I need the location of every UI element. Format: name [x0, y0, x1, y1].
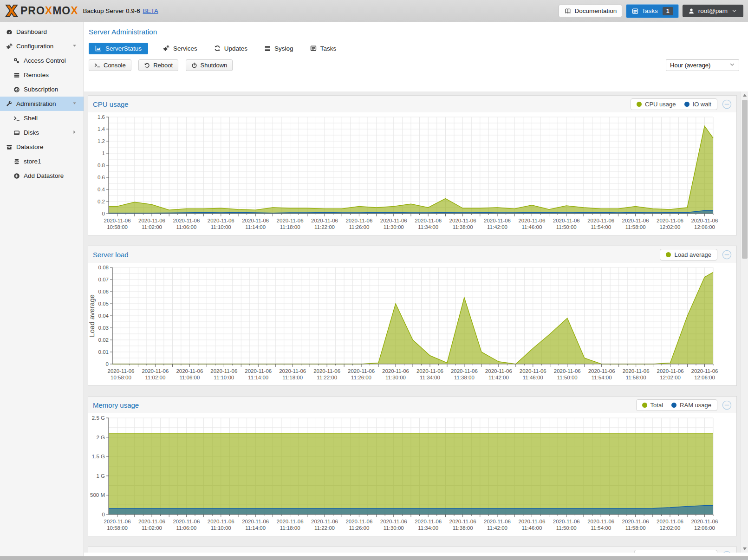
action-toolbar: Console Reboot Shutdown Hour (average)	[89, 59, 748, 73]
svg-text:11:22:00: 11:22:00	[314, 224, 335, 230]
hard-disk-icon	[13, 130, 20, 136]
legend-item-io-wait[interactable]: IO wait	[684, 101, 711, 108]
collapse-panel-icon[interactable]	[722, 250, 732, 260]
svg-text:0.8: 0.8	[98, 163, 105, 168]
scroll-down-arrow-icon[interactable]	[741, 545, 748, 553]
svg-text:11:54:00: 11:54:00	[591, 525, 611, 531]
beta-link[interactable]: BETA	[143, 7, 158, 14]
sidebar-item-datastore[interactable]: Datastore	[0, 140, 84, 154]
tab-syslog[interactable]: Syslog	[262, 43, 295, 54]
svg-text:12:02:00: 12:02:00	[660, 525, 681, 531]
tab-services[interactable]: Services	[161, 43, 199, 54]
sidebar-item-disks[interactable]: Disks	[0, 125, 84, 140]
chart-legend: TotalRAM usage	[636, 399, 717, 411]
svg-text:11:46:00: 11:46:00	[521, 525, 542, 531]
user-menu-button[interactable]: root@pam	[683, 5, 743, 17]
svg-text:2020-11-06: 2020-11-06	[311, 218, 338, 223]
chevron-down-icon[interactable]	[72, 100, 77, 107]
sidebar-label: Access Control	[24, 57, 66, 64]
svg-text:2020-11-06: 2020-11-06	[623, 368, 650, 374]
svg-text:2020-11-06: 2020-11-06	[380, 519, 407, 524]
tasks-button[interactable]: Tasks 1	[626, 4, 678, 18]
svg-text:11:10:00: 11:10:00	[211, 224, 231, 230]
svg-text:11:58:00: 11:58:00	[625, 224, 646, 230]
sidebar-item-dashboard[interactable]: Dashboard	[0, 25, 84, 39]
collapse-panel-icon[interactable]	[722, 400, 732, 410]
tab-serverstatus[interactable]: ServerStatus	[89, 43, 148, 54]
svg-text:11:38:00: 11:38:00	[453, 525, 473, 531]
tasks-label: Tasks	[642, 7, 658, 14]
svg-text:1.2: 1.2	[98, 138, 105, 144]
svg-text:11:58:00: 11:58:00	[626, 375, 646, 380]
svg-text:0.2: 0.2	[98, 199, 105, 204]
proxmox-logo-text: PROXMOX	[20, 5, 78, 17]
collapse-panel-icon[interactable]	[722, 551, 732, 553]
console-button[interactable]: Console	[89, 59, 131, 71]
svg-text:0: 0	[106, 361, 109, 367]
legend-item-total[interactable]: Total	[642, 402, 663, 409]
sidebar-item-remotes[interactable]: Remotes	[0, 68, 84, 82]
dashboard-gauge-icon	[6, 29, 13, 35]
panel-title: Server load	[93, 251, 660, 259]
svg-text:11:02:00: 11:02:00	[142, 525, 162, 531]
svg-text:2020-11-06: 2020-11-06	[485, 368, 512, 374]
sidebar-label: store1	[24, 158, 41, 165]
svg-text:500 M: 500 M	[90, 492, 105, 498]
legend-item-swap-usage[interactable]: Swap usage	[670, 552, 711, 553]
timeframe-select[interactable]: Hour (average)	[666, 59, 739, 71]
collapse-panel-icon[interactable]	[722, 99, 732, 109]
svg-text:2020-11-06: 2020-11-06	[657, 368, 684, 374]
shutdown-button[interactable]: Shutdown	[186, 59, 233, 71]
life-ring-icon	[13, 86, 20, 93]
svg-text:Load average: Load average	[88, 294, 96, 337]
svg-text:2020-11-06: 2020-11-06	[142, 368, 169, 374]
sidebar-label: Shell	[24, 115, 38, 122]
sidebar-item-configuration[interactable]: Configuration	[0, 39, 84, 53]
svg-text:0: 0	[102, 512, 105, 517]
undo-icon	[144, 62, 150, 68]
svg-text:1: 1	[102, 150, 105, 156]
svg-text:2020-11-06: 2020-11-06	[588, 368, 615, 374]
database-icon	[13, 158, 20, 165]
legend-item-ram-usage[interactable]: RAM usage	[671, 402, 711, 409]
svg-text:2020-11-06: 2020-11-06	[107, 368, 134, 374]
svg-text:0.6: 0.6	[98, 175, 105, 180]
chevron-down-icon[interactable]	[72, 43, 77, 50]
tab-updates[interactable]: Updates	[212, 43, 249, 54]
svg-text:2020-11-06: 2020-11-06	[587, 218, 614, 223]
tab-label: ServerStatus	[105, 45, 142, 52]
svg-text:11:30:00: 11:30:00	[384, 525, 404, 531]
sidebar-item-store1[interactable]: store1	[0, 154, 84, 169]
gears-icon	[163, 45, 169, 52]
svg-text:2020-11-06: 2020-11-06	[345, 519, 372, 524]
svg-text:2020-11-06: 2020-11-06	[311, 519, 338, 524]
svg-text:0.05: 0.05	[98, 301, 109, 306]
documentation-button[interactable]: Documentation	[559, 5, 622, 17]
scroll-up-arrow-icon[interactable]	[741, 91, 748, 99]
vertical-scrollbar[interactable]	[741, 91, 748, 553]
legend-item-load-average[interactable]: Load average	[666, 251, 711, 258]
sidebar-nav: Dashboard Configuration Access Control R…	[0, 22, 84, 556]
reboot-button[interactable]: Reboot	[138, 59, 178, 71]
svg-text:2020-11-06: 2020-11-06	[104, 218, 131, 223]
sidebar-item-access-control[interactable]: Access Control	[0, 53, 84, 68]
chevron-right-icon[interactable]	[72, 129, 77, 136]
sidebar-item-add-datastore[interactable]: Add Datastore	[0, 169, 84, 183]
sidebar-item-administration[interactable]: Administration	[0, 97, 84, 111]
area-chart-icon	[95, 45, 102, 52]
legend-item-total[interactable]: Total	[640, 552, 661, 553]
svg-text:0.03: 0.03	[98, 325, 109, 331]
scrollbar-thumb[interactable]	[742, 100, 748, 259]
sidebar-item-shell[interactable]: Shell	[0, 111, 84, 125]
svg-text:1.5 G: 1.5 G	[92, 454, 105, 459]
sidebar-item-subscription[interactable]: Subscription	[0, 82, 84, 97]
svg-text:2020-11-06: 2020-11-06	[345, 218, 372, 223]
sidebar-label: Datastore	[16, 143, 44, 150]
legend-item-cpu-usage[interactable]: CPU usage	[637, 101, 676, 108]
svg-text:0.04: 0.04	[98, 313, 109, 319]
svg-text:11:54:00: 11:54:00	[591, 224, 611, 230]
key-icon	[13, 58, 20, 64]
tab-tasks[interactable]: Tasks	[308, 43, 338, 54]
svg-text:10:58:00: 10:58:00	[107, 525, 128, 531]
sidebar-label: Administration	[16, 100, 56, 107]
